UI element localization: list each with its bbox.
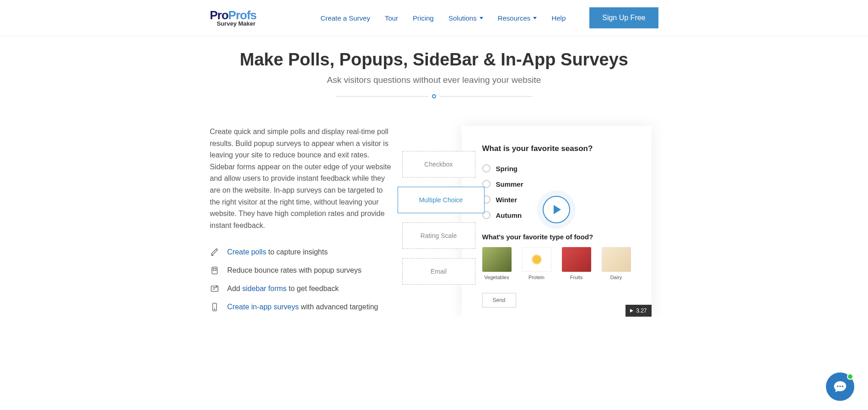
description-text: Create quick and simple polls and displa… <box>210 126 393 231</box>
svg-rect-1 <box>213 269 216 270</box>
feature-bounce: Reduce bounce rates with popup surveys <box>210 266 393 275</box>
form-icon <box>210 284 219 293</box>
pencil-icon <box>210 248 219 257</box>
dairy-image <box>602 247 631 272</box>
page-title: Make Polls, Popups, SideBar & In-App Sur… <box>0 50 868 70</box>
feature-sidebar: Add sidebar forms to get feedback <box>210 284 393 293</box>
nav-solutions[interactable]: Solutions <box>448 14 483 22</box>
question-2-title: What's your favorite type of food? <box>482 233 631 241</box>
main-content: Create quick and simple polls and displa… <box>205 126 663 317</box>
qtype-multiple-choice[interactable]: Multiple Choice <box>398 187 485 213</box>
sidebar-forms-link[interactable]: sidebar forms <box>242 285 286 292</box>
food-options: Vegetables Protein Fruits Dairy <box>482 247 631 280</box>
qtype-email[interactable]: Email <box>402 258 475 285</box>
site-header: ProProfs Survey Maker Create a Survey To… <box>0 0 868 36</box>
hero-section: Make Polls, Popups, SideBar & In-App Sur… <box>0 36 868 103</box>
protein-image <box>522 247 551 272</box>
question-type-list: Checkbox Multiple Choice Rating Scale Em… <box>402 151 475 285</box>
vegetables-image <box>482 247 512 272</box>
mobile-icon <box>210 302 219 312</box>
fruits-image <box>562 247 591 272</box>
option-summer[interactable]: Summer <box>482 180 631 188</box>
chevron-down-icon <box>480 17 483 19</box>
inapp-surveys-link[interactable]: Create in-app surveys <box>227 303 299 311</box>
nav-resources[interactable]: Resources <box>498 14 537 22</box>
chevron-down-icon <box>533 17 537 19</box>
logo[interactable]: ProProfs Survey Maker <box>210 9 257 27</box>
nav-help[interactable]: Help <box>551 14 566 22</box>
play-icon <box>554 205 561 214</box>
qtype-rating-scale[interactable]: Rating Scale <box>402 222 475 249</box>
food-vegetables[interactable]: Vegetables <box>482 247 512 280</box>
nav-tour[interactable]: Tour <box>385 14 398 22</box>
logo-subtitle: Survey Maker <box>210 20 257 27</box>
divider <box>336 94 533 98</box>
survey-preview: What is your favorite season? Spring Sum… <box>462 126 652 317</box>
feature-inapp: Create in-app surveys with advanced targ… <box>210 302 393 312</box>
qtype-checkbox[interactable]: Checkbox <box>402 151 475 178</box>
question-1-title: What is your favorite season? <box>482 144 631 153</box>
popup-icon <box>210 266 219 275</box>
radio-icon <box>482 164 491 173</box>
nav-pricing[interactable]: Pricing <box>413 14 434 22</box>
send-button[interactable]: Send <box>482 293 516 308</box>
svg-point-4 <box>214 309 215 310</box>
page-subtitle: Ask visitors questions without ever leav… <box>0 75 868 85</box>
food-dairy[interactable]: Dairy <box>602 247 631 280</box>
feature-polls: Create polls to capture insights <box>210 248 393 257</box>
create-polls-link[interactable]: Create polls <box>227 248 266 256</box>
video-duration-badge[interactable]: 3.27 <box>625 305 651 317</box>
main-nav: Create a Survey Tour Pricing Solutions R… <box>321 7 658 28</box>
nav-create-survey[interactable]: Create a Survey <box>321 14 370 22</box>
play-icon <box>630 309 633 313</box>
food-protein[interactable]: Protein <box>522 247 551 280</box>
left-column: Create quick and simple polls and displa… <box>210 126 393 317</box>
signup-button[interactable]: Sign Up Free <box>589 7 658 28</box>
right-column: Checkbox Multiple Choice Rating Scale Em… <box>402 126 658 317</box>
feature-list: Create polls to capture insights Reduce … <box>210 248 393 312</box>
play-button[interactable] <box>543 196 570 223</box>
option-spring[interactable]: Spring <box>482 164 631 173</box>
food-fruits[interactable]: Fruits <box>562 247 591 280</box>
